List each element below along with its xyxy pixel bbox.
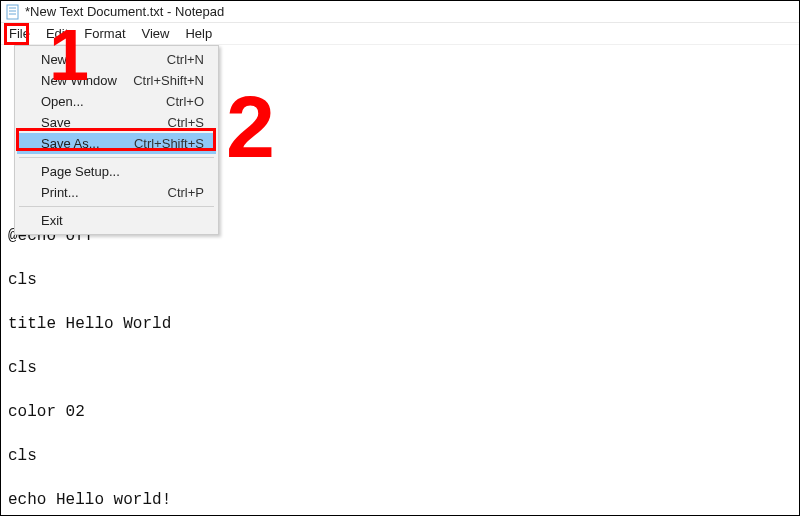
menu-item-shortcut: Ctrl+Shift+S (134, 136, 204, 151)
menu-format[interactable]: Format (76, 23, 133, 44)
menu-item-shortcut: Ctrl+S (168, 115, 204, 130)
menu-item-print[interactable]: Print...Ctrl+P (17, 182, 216, 203)
menu-item-new[interactable]: NewCtrl+N (17, 49, 216, 70)
window-title: *New Text Document.txt - Notepad (25, 4, 224, 19)
menu-item-label: New Window (41, 73, 117, 88)
menu-bar: File Edit Format View Help (1, 23, 799, 45)
menu-item-label: New (41, 52, 67, 67)
menu-item-save[interactable]: SaveCtrl+S (17, 112, 216, 133)
annotation-label-2: 2 (226, 83, 275, 171)
menu-item-new-window[interactable]: New WindowCtrl+Shift+N (17, 70, 216, 91)
menu-item-open[interactable]: Open...Ctrl+O (17, 91, 216, 112)
menu-file[interactable]: File (1, 23, 38, 44)
menu-item-shortcut: Ctrl+O (166, 94, 204, 109)
menu-help[interactable]: Help (177, 23, 220, 44)
menu-item-shortcut: Ctrl+P (168, 185, 204, 200)
menu-view[interactable]: View (134, 23, 178, 44)
menu-divider (19, 157, 214, 158)
svg-rect-0 (7, 5, 18, 19)
notepad-icon (5, 4, 21, 20)
text-editor-area[interactable]: @echo off cls title Hello World cls colo… (2, 225, 798, 514)
menu-divider (19, 206, 214, 207)
menu-item-label: Exit (41, 213, 63, 228)
menu-item-label: Save As... (41, 136, 100, 151)
menu-item-shortcut: Ctrl+N (167, 52, 204, 67)
menu-item-label: Open... (41, 94, 84, 109)
menu-item-save-as[interactable]: Save As...Ctrl+Shift+S (17, 133, 216, 154)
title-bar: *New Text Document.txt - Notepad (1, 1, 799, 23)
menu-item-exit[interactable]: Exit (17, 210, 216, 231)
menu-item-page-setup[interactable]: Page Setup... (17, 161, 216, 182)
menu-item-label: Print... (41, 185, 79, 200)
file-menu-dropdown: NewCtrl+NNew WindowCtrl+Shift+NOpen...Ct… (14, 45, 219, 235)
menu-item-label: Save (41, 115, 71, 130)
menu-item-shortcut: Ctrl+Shift+N (133, 73, 204, 88)
menu-edit[interactable]: Edit (38, 23, 76, 44)
menu-item-label: Page Setup... (41, 164, 120, 179)
